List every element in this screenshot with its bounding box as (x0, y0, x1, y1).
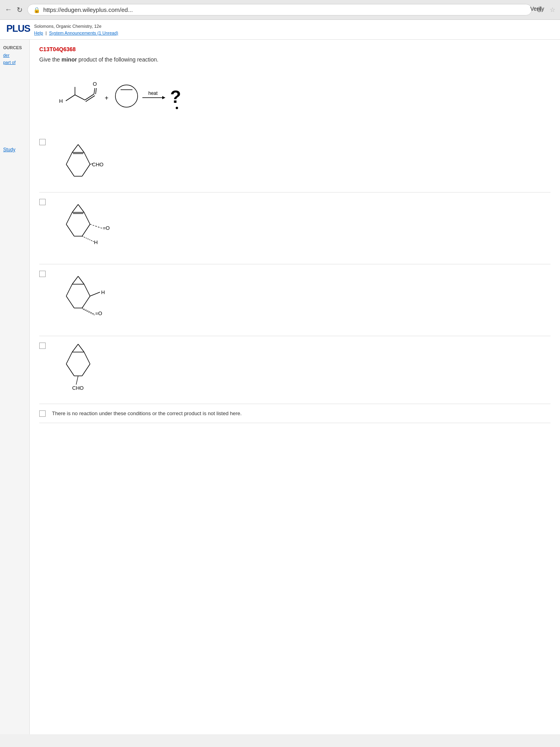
svg-line-47 (72, 276, 78, 284)
molecule-a: CHO (50, 137, 138, 188)
checkbox-e[interactable] (39, 410, 46, 417)
lock-icon: 🔒 (33, 7, 40, 13)
resources-label: OURCES (0, 44, 29, 52)
svg-line-8 (96, 88, 96, 94)
svg-line-31 (84, 212, 90, 224)
svg-text:H: H (101, 289, 105, 295)
question-id: C13T04Q6368 (39, 46, 550, 52)
svg-text:H: H (94, 239, 98, 245)
svg-line-45 (82, 296, 90, 308)
question-text-after: product of the following reaction. (77, 56, 158, 63)
answer-choice-b: =O H (39, 193, 550, 264)
svg-line-42 (66, 284, 72, 296)
svg-line-20 (84, 152, 90, 164)
help-link[interactable]: Help (34, 31, 43, 35)
molecule-c-svg: H =O (50, 268, 138, 332)
question-text-before: Give the (39, 56, 61, 63)
svg-text:=O: =O (95, 310, 102, 316)
checkbox-d[interactable] (39, 343, 46, 349)
no-reaction-text: There is no reaction under these conditi… (52, 408, 242, 419)
svg-line-17 (66, 164, 74, 176)
browser-chrome: ← ↻ 🔒 https://edugen.wileyplus.com/ed...… (0, 0, 560, 20)
svg-line-48 (78, 276, 84, 284)
header-links: Help | System Announcements (1 Unread) (34, 30, 118, 37)
molecule-d-svg: CHO (50, 340, 138, 400)
svg-line-44 (84, 284, 90, 296)
svg-line-54 (66, 364, 74, 376)
svg-marker-13 (162, 96, 165, 99)
svg-point-10 (115, 85, 138, 107)
refresh-button[interactable]: ↻ (17, 6, 23, 14)
sidebar-item-2[interactable]: part of (0, 59, 29, 66)
svg-line-52 (83, 309, 95, 315)
announcements-link[interactable]: System Announcements (1 Unread) (49, 31, 118, 35)
svg-text:=O: =O (103, 225, 110, 231)
answer-choice-a: CHO (39, 133, 550, 193)
main-layout: OURCES der part of Study C13T04Q6368 Giv… (0, 40, 560, 734)
question-emphasis: minor (61, 56, 77, 63)
molecule-a-svg: CHO (50, 137, 138, 188)
svg-line-32 (82, 224, 90, 236)
molecule-d: CHO (50, 340, 138, 400)
wiley-plus-logo: PLUS (6, 23, 30, 34)
svg-text:+: + (105, 94, 108, 101)
star-icon[interactable]: ☆ (550, 6, 555, 13)
svg-line-2 (75, 95, 85, 100)
svg-line-21 (82, 164, 90, 176)
checkbox-a[interactable] (39, 139, 46, 145)
svg-text:CHO: CHO (72, 385, 84, 391)
svg-point-16 (176, 107, 178, 109)
svg-line-51 (82, 308, 94, 314)
svg-text:O: O (93, 81, 97, 87)
back-button[interactable]: ← (5, 6, 12, 14)
answer-choice-e: There is no reaction under these conditi… (39, 404, 550, 423)
answer-choice-d: CHO (39, 336, 550, 404)
svg-text:heat: heat (148, 90, 158, 96)
svg-line-34 (72, 204, 78, 212)
svg-line-57 (84, 352, 90, 364)
svg-line-23 (72, 144, 78, 152)
svg-line-60 (72, 344, 78, 352)
svg-line-35 (78, 204, 84, 212)
svg-text:H: H (59, 98, 63, 104)
svg-line-7 (94, 88, 95, 94)
svg-line-29 (66, 212, 72, 224)
svg-line-63 (76, 376, 78, 385)
content-area: C13T04Q6368 Give the minor product of th… (30, 40, 560, 734)
molecule-b-svg: =O H (50, 196, 138, 260)
svg-text:CHO: CHO (92, 162, 104, 167)
wiley-header: PLUS Solomons, Organic Chemistry, 12e He… (0, 20, 560, 40)
svg-line-49 (90, 292, 100, 296)
answer-choice-c: H =O (39, 264, 550, 336)
checkbox-b[interactable] (39, 199, 46, 205)
reaction-svg: H O + (47, 69, 214, 121)
sidebar-study[interactable]: Study (0, 145, 29, 154)
sidebar: OURCES der part of Study (0, 40, 30, 734)
svg-line-28 (66, 224, 74, 236)
svg-line-18 (66, 152, 72, 164)
svg-line-41 (66, 296, 74, 308)
url-text: https://edugen.wileyplus.com/ed... (43, 6, 133, 13)
book-title: Solomons, Organic Chemistry, 12e (34, 23, 118, 30)
svg-line-61 (78, 344, 84, 352)
molecule-c: H =O (50, 268, 138, 332)
svg-line-37 (90, 224, 102, 228)
svg-line-40 (82, 236, 95, 242)
svg-line-1 (66, 95, 75, 101)
svg-line-55 (66, 352, 72, 364)
checkbox-c[interactable] (39, 271, 46, 277)
address-bar[interactable]: 🔒 https://edugen.wileyplus.com/ed... (27, 4, 532, 15)
answer-choices: CHO (39, 133, 550, 423)
svg-line-58 (82, 364, 90, 376)
question-text: Give the minor product of the following … (39, 56, 550, 63)
wiley-subtitle: Solomons, Organic Chemistry, 12e Help | … (34, 23, 118, 36)
svg-line-24 (78, 144, 84, 152)
molecule-b: =O H (50, 196, 138, 260)
svg-text:?: ? (170, 87, 181, 107)
sidebar-item-1[interactable]: der (0, 52, 29, 59)
reaction-container: H O + (39, 69, 550, 121)
verify-text: Verify (530, 6, 544, 12)
